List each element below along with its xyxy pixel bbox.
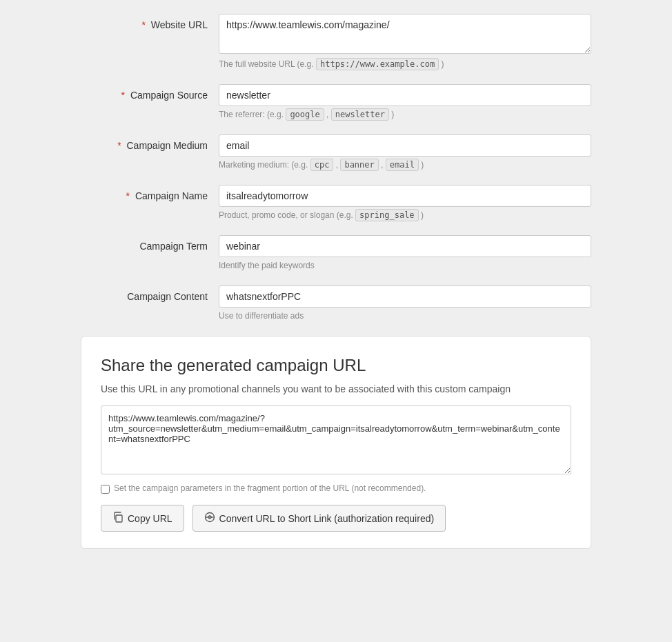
campaign-content-label: Campaign Content (81, 285, 219, 302)
campaign-name-hint: Product, promo code, or slogan (e.g. spr… (219, 210, 591, 220)
campaign-term-hint: Identify the paid keywords (219, 261, 591, 270)
website-url-hint-code: https://www.example.com (316, 58, 439, 70)
campaign-term-input[interactable] (219, 235, 591, 257)
campaign-medium-label: * Campaign Medium (81, 134, 219, 151)
campaign-name-label: * Campaign Name (81, 185, 219, 201)
campaign-source-input-col: The referrer: (e.g. google , newsletter … (219, 84, 591, 119)
campaign-content-input[interactable] (219, 285, 591, 308)
campaign-term-label: Campaign Term (81, 235, 219, 252)
required-asterisk: * (141, 19, 145, 30)
copy-icon (112, 512, 123, 525)
required-asterisk-source: * (121, 90, 125, 101)
website-url-label: * Website URL (81, 14, 219, 30)
convert-url-button[interactable]: Convert URL to Short Link (authorization… (192, 505, 446, 532)
fragment-checkbox-row: Set the campaign parameters in the fragm… (101, 483, 571, 494)
website-url-input-col: The full website URL (e.g. https://www.e… (219, 14, 591, 69)
button-row: Copy URL Convert URL to Short Link (auth… (101, 505, 571, 532)
campaign-term-input-col: Identify the paid keywords (219, 235, 591, 270)
website-url-hint: The full website URL (e.g. https://www.e… (219, 59, 591, 69)
website-url-input[interactable] (219, 14, 591, 54)
campaign-content-hint: Use to differentiate ads (219, 311, 591, 321)
campaign-medium-input[interactable] (219, 134, 591, 157)
campaign-source-hint: The referrer: (e.g. google , newsletter … (219, 110, 591, 119)
campaign-name-input[interactable] (219, 185, 591, 207)
link-icon (204, 512, 215, 525)
generated-url-textarea[interactable] (101, 405, 571, 474)
fragment-checkbox-label: Set the campaign parameters in the fragm… (114, 483, 426, 493)
campaign-content-row: Campaign Content Use to differentiate ad… (81, 285, 591, 321)
required-asterisk-medium: * (117, 140, 121, 151)
convert-url-label: Convert URL to Short Link (authorization… (219, 513, 435, 524)
campaign-medium-input-col: Marketing medium: (e.g. cpc , banner , e… (219, 134, 591, 170)
copy-url-label: Copy URL (128, 513, 172, 524)
share-box-title: Share the generated campaign URL (101, 356, 571, 375)
website-url-row: * Website URL The full website URL (e.g.… (81, 14, 591, 69)
svg-rect-0 (116, 515, 122, 522)
campaign-source-row: * Campaign Source The referrer: (e.g. go… (81, 84, 591, 119)
fragment-checkbox[interactable] (101, 485, 110, 494)
campaign-source-label: * Campaign Source (81, 84, 219, 101)
campaign-source-input[interactable] (219, 84, 591, 106)
campaign-name-input-col: Product, promo code, or slogan (e.g. spr… (219, 185, 591, 220)
campaign-medium-hint: Marketing medium: (e.g. cpc , banner , e… (219, 160, 591, 170)
share-box: Share the generated campaign URL Use thi… (81, 336, 591, 549)
required-asterisk-name: * (126, 190, 130, 201)
campaign-name-row: * Campaign Name Product, promo code, or … (81, 185, 591, 220)
campaign-term-row: Campaign Term Identify the paid keywords (81, 235, 591, 270)
campaign-content-input-col: Use to differentiate ads (219, 285, 591, 321)
copy-url-button[interactable]: Copy URL (101, 505, 184, 532)
share-box-description: Use this URL in any promotional channels… (101, 383, 571, 394)
campaign-url-form: * Website URL The full website URL (e.g.… (81, 14, 591, 549)
campaign-medium-row: * Campaign Medium Marketing medium: (e.g… (81, 134, 591, 170)
